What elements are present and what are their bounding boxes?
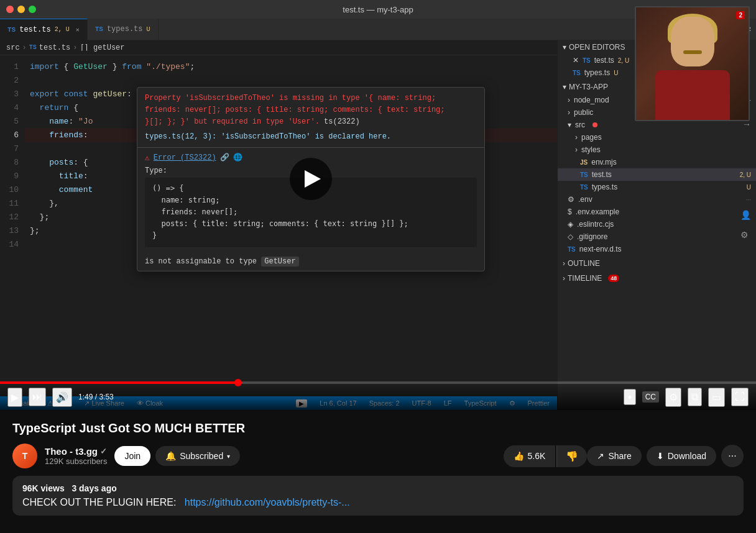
like-button[interactable]: 👍 5.6K — [504, 445, 556, 467]
subscribed-button[interactable]: 🔔 Subscribed ▾ — [155, 446, 240, 466]
tooltip-note: types.ts(12, 3): 'isSubscribedToTheo' is… — [145, 131, 477, 142]
open-editor-name-1: test.ts — [594, 56, 614, 65]
person-icon[interactable]: 👤 — [740, 210, 751, 220]
channel-row: T Theo - t3.gg ✓ 129K subscribers Join 🔔… — [12, 444, 744, 468]
gitignore-label: .gitignore — [577, 232, 607, 241]
open-editor-name-2: types.ts — [584, 68, 610, 77]
time-current: 1:49 — [78, 393, 93, 401]
share-icon: ↗ — [597, 451, 604, 461]
sidebar-section-outline: › OUTLINE — [558, 257, 756, 270]
tab-close-1[interactable]: ✕ — [76, 26, 80, 34]
sidebar-item-styles[interactable]: › styles — [558, 144, 756, 156]
sidebar-item-test-ts[interactable]: TS test.ts 2, U — [558, 168, 756, 181]
play-icon — [305, 170, 321, 188]
theater-button[interactable]: ▭ — [708, 388, 725, 407]
download-button[interactable]: ⬇ Download — [647, 446, 716, 466]
sidebar-item-types-ts[interactable]: TS types.ts U — [558, 181, 756, 193]
error-link[interactable]: Error (TS2322) — [154, 153, 216, 162]
file-lang-icon: TS — [583, 57, 591, 64]
project-name: MY-T3-APP — [569, 83, 608, 91]
channel-avatar[interactable]: T — [12, 444, 37, 468]
settings-icon-2[interactable]: ⚙ — [740, 230, 751, 240]
dollar-icon: $ — [568, 207, 572, 216]
plugin-link[interactable]: https://github.com/yoavbls/pretty-ts-... — [185, 497, 350, 508]
mustache — [683, 50, 702, 54]
chevron-down-icon-3: ▾ — [568, 121, 571, 129]
share-label: Share — [608, 451, 631, 461]
tab-name-1: test.ts — [19, 25, 50, 34]
test-ts-badge: 2, U — [740, 171, 751, 178]
chevron-down-icon-2: ▾ — [563, 83, 566, 91]
test-ts-label: test.ts — [592, 170, 612, 179]
video-age: 3 days ago — [71, 483, 116, 493]
captions-button[interactable]: CC — [642, 391, 659, 403]
timeline-header[interactable]: › TIMELINE 48 — [558, 271, 756, 285]
types-ts-label: types.ts — [592, 183, 617, 191]
ts-icon-3: TS — [568, 246, 576, 253]
env-example-label: .env.example — [576, 207, 619, 216]
video-screenshot: test.ts — my-t3-app TS test.ts 2, U ✕ TS… — [0, 0, 756, 410]
breadcrumb-symbol: ⌈⌉ getUser — [80, 43, 124, 52]
volume-button[interactable]: 🔊 — [52, 388, 72, 407]
sidebar-item-pages[interactable]: › pages — [558, 131, 756, 144]
ts-icon-2: TS — [580, 184, 588, 191]
fullscreen-button[interactable]: ⛶ — [731, 388, 749, 406]
join-button[interactable]: Join — [114, 446, 150, 466]
cam-live-badge: 2 — [736, 11, 745, 19]
env-mjs-label: env.mjs — [591, 158, 616, 166]
face-cam-content — [636, 7, 749, 120]
video-container: test.ts — my-t3-app TS test.ts 2, U ✕ TS… — [0, 0, 756, 410]
description-section: 96K views 3 days ago CHECK OUT THE PLUGI… — [12, 476, 744, 516]
thumbs-down-icon: 👎 — [566, 451, 578, 462]
tooltip-type-inline: GetUser — [261, 257, 298, 266]
toggle-button[interactable]: ● — [624, 389, 635, 405]
view-count: 96K views — [22, 483, 65, 493]
tab-lang-1: TS — [7, 26, 16, 34]
open-editor-badge-1: 2, U — [618, 57, 629, 64]
desc-meta: 96K views 3 days ago — [22, 483, 734, 493]
eslintrc-label: .eslintrc.cjs — [577, 220, 614, 229]
traffic-light-yellow[interactable] — [17, 6, 25, 13]
tab-name-2: types.ts — [107, 25, 143, 34]
sidebar-item-next-env[interactable]: TS next-env.d.ts — [558, 243, 756, 255]
more-options-button[interactable]: ··· — [721, 445, 744, 467]
play-pause-button[interactable]: ▶ — [7, 388, 22, 407]
traffic-light-red[interactable] — [6, 6, 14, 13]
like-count: 5.6K — [528, 451, 546, 461]
channel-info: Theo - t3.gg ✓ 129K subscribers — [45, 446, 107, 466]
miniplayer-button[interactable]: ⧉ — [688, 388, 702, 406]
chevron-right-icon-3: › — [575, 133, 578, 142]
sidebar-item-env[interactable]: ⚙ .env ··· — [558, 193, 756, 206]
tab-types-ts[interactable]: TS types.ts U — [88, 19, 159, 40]
sidebar-icons-2: 👤 ⚙ — [735, 205, 756, 245]
channel-actions: Join 🔔 Subscribed ▾ — [114, 446, 240, 466]
line-numbers: 1 2 3 4 5 6 7 8 9 10 11 — [0, 55, 25, 257]
next-button[interactable]: ⏭ — [29, 388, 46, 406]
subscribed-label: Subscribed — [180, 451, 223, 461]
sidebar-item-eslintrc[interactable]: ◈ .eslintrc.cjs — [558, 218, 756, 230]
chevron-right-icon-2: › — [568, 108, 570, 117]
ellipsis-icon: ··· — [728, 450, 736, 462]
person-head — [671, 17, 714, 66]
dislike-button[interactable]: 👎 — [556, 445, 587, 467]
settings-button[interactable]: ⚙ — [665, 388, 681, 407]
sidebar-item-env-mjs[interactable]: JS env.mjs — [558, 156, 756, 168]
share-button[interactable]: ↗ Share — [587, 446, 641, 466]
hover-tooltip: Property 'isSubscribedToTheo' is missing… — [137, 87, 485, 271]
src-error-dot — [592, 122, 597, 127]
chevron-down-icon: ▾ — [563, 43, 566, 52]
avatar-inner: T — [12, 444, 37, 468]
tab-test-ts[interactable]: TS test.ts 2, U ✕ — [0, 19, 88, 40]
timeline-label: TIMELINE — [568, 274, 602, 283]
sidebar-item-gitignore[interactable]: ◇ .gitignore — [558, 230, 756, 243]
types-ts-badge: U — [747, 184, 751, 191]
play-button[interactable] — [290, 158, 332, 200]
pages-label: pages — [581, 133, 602, 142]
chevron-right-icon: › — [568, 96, 570, 104]
breadcrumb-src: src — [6, 43, 20, 52]
gear-icon: ⚙ — [568, 195, 574, 204]
outline-header[interactable]: › OUTLINE — [558, 257, 756, 270]
error-icon: ⚠ — [145, 153, 150, 163]
sidebar-item-env-example[interactable]: $ .env.example — [558, 206, 756, 218]
traffic-light-green[interactable] — [29, 6, 36, 13]
